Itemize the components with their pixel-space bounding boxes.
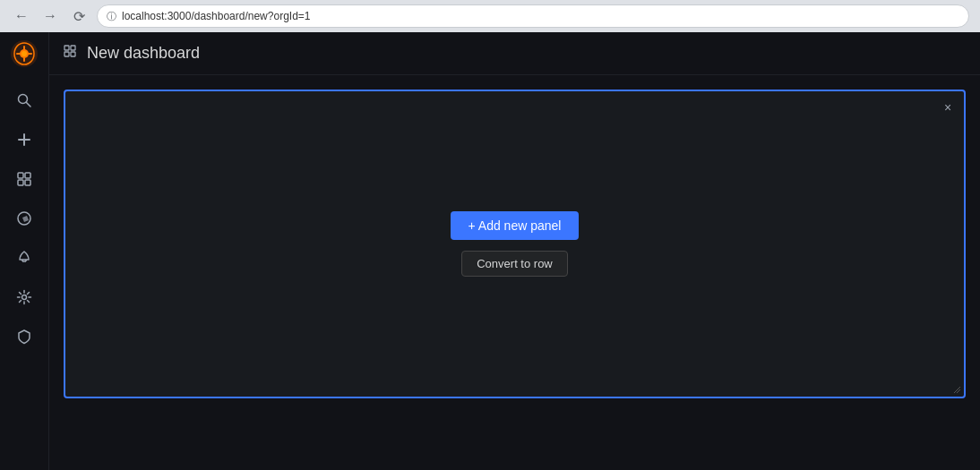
svg-rect-9 [18,180,23,185]
svg-rect-18 [71,46,75,50]
sidebar-item-explore[interactable] [6,201,42,236]
panel-resize-handle[interactable] [951,384,960,393]
app-layout: New dashboard × + Add new panel Convert … [0,32,980,470]
add-new-panel-button[interactable]: + Add new panel [451,211,580,240]
svg-point-2 [21,51,27,56]
svg-marker-12 [22,216,29,222]
svg-rect-7 [18,173,23,178]
reload-button[interactable]: ⟳ [68,5,90,27]
sidebar-item-dashboards[interactable] [6,161,42,197]
sidebar-item-settings[interactable] [6,279,42,315]
svg-rect-19 [64,52,69,56]
sidebar-item-alerting[interactable] [6,240,42,276]
convert-to-row-button[interactable]: Convert to row [461,251,568,277]
svg-point-16 [22,295,27,300]
panel-close-button[interactable]: × [939,98,957,116]
top-bar: New dashboard [49,32,980,75]
sidebar-item-shield[interactable] [6,319,42,355]
forward-button[interactable]: → [39,5,61,27]
sidebar-item-add[interactable] [6,122,42,158]
sidebar [0,32,49,470]
dashboard-grid-icon [64,45,78,63]
address-bar[interactable]: ⓘ localhost:3000/dashboard/new?orgId=1 [97,4,969,28]
dashboard-area: × + Add new panel Convert to row [49,75,980,470]
sidebar-item-search[interactable] [6,82,42,118]
svg-line-4 [27,103,31,107]
back-button[interactable]: ← [11,5,32,27]
svg-rect-8 [25,173,30,178]
svg-rect-20 [71,52,75,56]
panel-container: × + Add new panel Convert to row [64,90,966,398]
browser-chrome: ← → ⟳ ⓘ localhost:3000/dashboard/new?org… [0,0,980,32]
url-text: localhost:3000/dashboard/new?orgId=1 [122,10,311,22]
page-title: New dashboard [87,44,200,63]
main-content: New dashboard × + Add new panel Convert … [49,32,980,470]
svg-rect-17 [64,46,69,50]
lock-icon: ⓘ [107,10,116,23]
grafana-logo[interactable] [10,39,39,68]
svg-rect-10 [25,180,30,185]
